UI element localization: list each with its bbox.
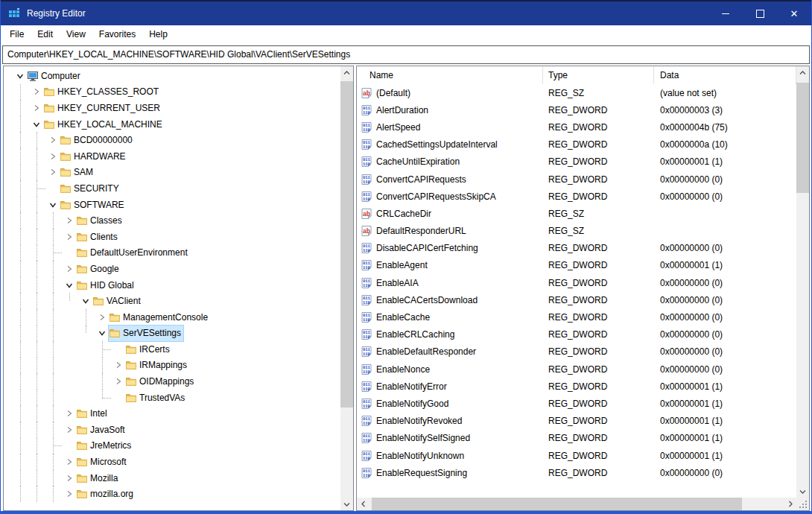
tree-item-security[interactable]: SECURITY [4, 180, 340, 197]
tree-scrollbar-thumb[interactable] [340, 81, 353, 407]
horizontal-scrollbar-thumb[interactable] [372, 498, 742, 510]
value-row-enabledefaultresponder[interactable]: 011110EnableDefaultResponderREG_DWORD0x0… [357, 343, 796, 361]
tree-item-google[interactable]: Google [4, 261, 340, 277]
tree-item-hkey-local-machine[interactable]: HKEY_LOCAL_MACHINE [4, 116, 340, 133]
value-row-alertduration[interactable]: 011110AlertDurationREG_DWORD0x00000003 (… [357, 101, 796, 118]
scroll-left-icon[interactable] [357, 498, 369, 510]
maximize-button[interactable] [743, 1, 777, 25]
scroll-down-icon[interactable] [796, 485, 809, 498]
tree-item-hkey-classes-root[interactable]: HKEY_CLASSES_ROOT [4, 84, 340, 101]
column-header-data[interactable]: Data [654, 66, 796, 84]
tree-item-computer[interactable]: Computer [4, 68, 340, 84]
tree-item-hardware[interactable]: HARDWARE [4, 148, 340, 165]
tree-item-javasoft[interactable]: JavaSoft [4, 422, 340, 438]
chevron-right-icon[interactable] [66, 265, 73, 273]
chevron-right-icon[interactable] [115, 378, 122, 385]
chevron-right-icon[interactable] [49, 153, 57, 160]
value-row-alertspeed[interactable]: 011110AlertSpeedREG_DWORD0x0000004b (75) [357, 118, 796, 136]
value-row-disablecapicertfetching[interactable]: 011110DisableCAPICertFetchingREG_DWORD0x… [357, 240, 796, 257]
chevron-right-icon[interactable] [66, 490, 73, 498]
chevron-right-icon[interactable] [66, 217, 73, 224]
tree-item-intel[interactable]: Intel [4, 405, 340, 422]
chevron-right-icon[interactable] [33, 88, 40, 95]
menu-item-favorites[interactable]: Favorites [92, 25, 142, 43]
value-row-enablenonce[interactable]: 011110EnableNonceREG_DWORD0x00000000 (0) [357, 361, 796, 378]
tree-vertical-scrollbar[interactable] [340, 66, 353, 510]
resize-grip[interactable] [796, 498, 809, 510]
chevron-right-icon[interactable] [115, 361, 122, 369]
tree-item-classes[interactable]: Classes [4, 212, 340, 229]
chevron-right-icon[interactable] [66, 475, 73, 482]
value-row-enablecacertsdownload[interactable]: 011110EnableCACertsDownloadREG_DWORD0x00… [357, 291, 796, 308]
chevron-down-icon[interactable] [82, 297, 89, 305]
value-row-enableaia[interactable]: 011110EnableAIAREG_DWORD0x00000000 (0) [357, 274, 796, 291]
scroll-down-icon[interactable] [340, 498, 353, 510]
column-header-type[interactable]: Type [543, 66, 654, 84]
minimize-button[interactable] [708, 1, 743, 25]
value-row-convertcapirequestsskipca[interactable]: 011110ConvertCAPIRequestsSkipCAREG_DWORD… [357, 188, 796, 205]
scroll-up-icon[interactable] [796, 66, 809, 79]
value-row-convertcapirequests[interactable]: 011110ConvertCAPIRequestsREG_DWORD0x0000… [357, 171, 796, 188]
list-vertical-scrollbar[interactable] [796, 66, 809, 498]
tree-item-trustedvas[interactable]: TrustedVAs [4, 390, 340, 406]
menu-item-file[interactable]: File [3, 25, 31, 43]
chevron-down-icon[interactable] [33, 121, 40, 128]
tree-item-defaultuserenvironment[interactable]: DefaultUserEnvironment [4, 245, 340, 261]
list-scrollbar-thumb[interactable] [796, 83, 809, 193]
value-row-enablecrlcaching[interactable]: 011110EnableCRLCachingREG_DWORD0x0000000… [357, 326, 796, 343]
chevron-down-icon[interactable] [49, 201, 57, 209]
tree-item-managementconsole[interactable]: ManagementConsole [4, 309, 340, 326]
value-row-enablecache[interactable]: 011110EnableCacheREG_DWORD0x00000000 (0) [357, 308, 796, 326]
tree-item-clients[interactable]: Clients [4, 229, 340, 245]
tree-guide-line [53, 390, 54, 406]
menu-item-view[interactable]: View [60, 25, 92, 43]
value-row-defaultresponderurl[interactable]: abDefaultResponderURLREG_SZ [357, 223, 796, 240]
scroll-right-icon[interactable] [784, 498, 796, 510]
value-row-enablenotifyunknown[interactable]: 011110EnableNotifyUnknownREG_DWORD0x0000… [357, 447, 796, 464]
chevron-right-icon[interactable] [98, 314, 106, 321]
value-row-enablenotifyerror[interactable]: 011110EnableNotifyErrorREG_DWORD0x000000… [357, 378, 796, 395]
tree-item-servesettings[interactable]: SerVESettings [4, 326, 340, 342]
chevron-right-icon[interactable] [49, 168, 57, 176]
menu-item-help[interactable]: Help [142, 25, 174, 43]
tree-item-sam[interactable]: SAM [4, 165, 340, 181]
address-input[interactable] [2, 45, 810, 64]
tree-item-software[interactable]: SOFTWARE [4, 197, 340, 213]
value-row--default-[interactable]: ab(Default)REG_SZ(value not set) [357, 84, 796, 101]
chevron-right-icon[interactable] [33, 104, 40, 112]
tree-item-microsoft[interactable]: Microsoft [4, 454, 340, 470]
chevron-right-icon[interactable] [66, 458, 73, 466]
chevron-right-icon[interactable] [66, 410, 73, 417]
value-row-enableagent[interactable]: 011110EnableAgentREG_DWORD0x00000001 (1) [357, 257, 796, 274]
chevron-down-icon[interactable] [16, 72, 24, 80]
value-row-enablenotifyrevoked[interactable]: 011110EnableNotifyRevokedREG_DWORD0x0000… [357, 413, 796, 430]
value-name: EnableCache [376, 312, 430, 323]
tree-item-bcd00000000[interactable]: BCD00000000 [4, 132, 340, 148]
close-button[interactable]: ✕ [777, 1, 811, 25]
list-horizontal-scrollbar[interactable] [357, 498, 796, 510]
chevron-down-icon[interactable] [98, 329, 106, 337]
tree-item-ircerts[interactable]: IRCerts [4, 341, 340, 358]
column-header-name[interactable]: Name [357, 66, 543, 84]
chevron-down-icon[interactable] [66, 282, 73, 289]
tree-item-hid-global[interactable]: HID Global [4, 277, 340, 294]
chevron-right-icon[interactable] [49, 136, 57, 144]
tree-item-mozilla-org[interactable]: mozilla.org [4, 486, 340, 502]
value-row-enablenotifygood[interactable]: 011110EnableNotifyGoodREG_DWORD0x0000000… [357, 395, 796, 412]
tree-item-irmappings[interactable]: IRMappings [4, 358, 340, 374]
value-row-cacheuntilexpiration[interactable]: 011110CacheUntilExpirationREG_DWORD0x000… [357, 153, 796, 171]
tree-item-vaclient[interactable]: VAClient [4, 293, 340, 309]
chevron-right-icon[interactable] [66, 233, 73, 241]
tree-item-oidmappings[interactable]: OIDMappings [4, 373, 340, 390]
value-row-enablenotifyselfsigned[interactable]: 011110EnableNotifySelfSignedREG_DWORD0x0… [357, 430, 796, 447]
tree-item-mozilla[interactable]: Mozilla [4, 470, 340, 486]
scroll-up-icon[interactable] [340, 66, 353, 79]
value-row-crlcachedir[interactable]: abCRLCacheDirREG_SZ [357, 205, 796, 222]
registry-editor-app-icon [8, 7, 20, 19]
value-row-enablerequestsigning[interactable]: 011110EnableRequestSigningREG_DWORD0x000… [357, 464, 796, 481]
tree-item-hkey-current-user[interactable]: HKEY_CURRENT_USER [4, 100, 340, 116]
chevron-right-icon[interactable] [66, 426, 73, 434]
menu-item-edit[interactable]: Edit [31, 25, 60, 43]
tree-item-jremetrics[interactable]: JreMetrics [4, 438, 340, 454]
value-row-cachedsettingsupdateinterval[interactable]: 011110CachedSettingsUpdateIntervalREG_DW… [357, 136, 796, 153]
